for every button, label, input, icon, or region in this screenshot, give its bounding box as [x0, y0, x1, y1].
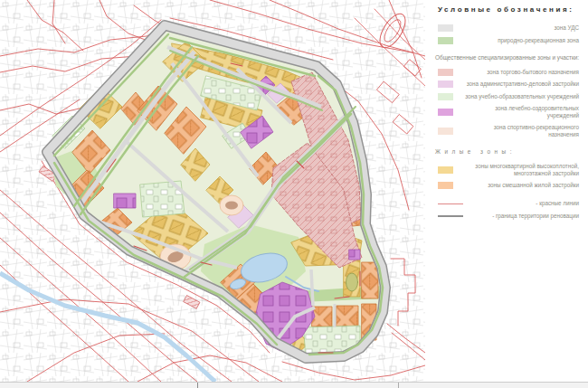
legend-line-swatch — [438, 203, 463, 204]
zone-medical — [349, 250, 360, 260]
legend-item: зона УДС — [438, 24, 579, 32]
scrollbar-tick — [197, 383, 198, 388]
legend-item-label: зона лечебно-оздоровительных учреждений — [463, 105, 579, 119]
legend-color-swatch — [438, 80, 453, 88]
legend-item: зона административно-деловой застройки — [438, 80, 579, 88]
zone-residential-mixed — [362, 262, 378, 298]
legend-title: Условные обозначения: — [438, 5, 579, 14]
scrollbar-tick — [398, 383, 399, 388]
legend-item: зона лечебно-оздоровительных учреждений — [438, 105, 579, 119]
legend-color-swatch — [438, 69, 453, 76]
horizontal-scrollbar[interactable] — [0, 382, 588, 388]
legend-item-label: зона административно-деловой застройки — [467, 80, 579, 88]
renovation-plan-page: Условные обозначения: зона УДСприродно-р… — [0, 0, 588, 388]
sport-field — [225, 202, 238, 210]
legend-items-residential: зоны многоквартирной высокоплотной, мног… — [438, 163, 579, 189]
legend-item-label: зона учебно-образовательных учреждений — [465, 93, 579, 100]
legend-color-swatch — [438, 24, 453, 32]
site-plan-map — [0, 0, 425, 382]
legend-item: - граница территории реновации — [438, 213, 579, 220]
legend-item: зона торгово-бытового назначения — [438, 69, 579, 76]
legend-item: природно-рекреационная зона — [438, 37, 579, 44]
legend-section-public: Общественные специализированные зоны и у… — [435, 54, 579, 61]
legend-color-swatch — [438, 93, 453, 100]
legend-color-swatch — [438, 37, 453, 44]
legend-item: зоны смешанной жилой застройки — [438, 182, 579, 189]
legend-item-label: зоны многоквартирной высокоплотной, мног… — [463, 163, 579, 177]
legend-item-label: зоны смешанной жилой застройки — [488, 182, 579, 189]
legend-item: - красные линии — [438, 200, 579, 207]
legend-color-swatch — [438, 166, 453, 174]
legend-item: зоны многоквартирной высокоплотной, мног… — [438, 163, 579, 177]
legend-item-label: - граница территории реновации — [492, 213, 579, 220]
zone-residential-mixed — [337, 306, 358, 326]
legend-line-swatch — [438, 215, 463, 217]
legend-item: зона спортивно-рекреационного назначения — [438, 124, 579, 138]
legend-item-label: - красные линии — [536, 200, 579, 207]
site-plan-svg — [0, 0, 425, 382]
legend-panel: Условные обозначения: зона УДСприродно-р… — [425, 0, 588, 382]
road — [311, 270, 313, 306]
sports-field-oval — [346, 273, 358, 291]
legend-item-label: зона УДС — [554, 24, 579, 32]
legend-items-lines: - красные линии- граница территории рено… — [438, 200, 579, 220]
legend-items-public: зона торгово-бытового назначениязона адм… — [438, 69, 579, 138]
legend-item: зона учебно-образовательных учреждений — [438, 93, 579, 100]
legend-color-swatch — [438, 182, 453, 189]
legend-color-swatch — [438, 109, 453, 116]
legend-item-label: зона торгово-бытового назначения — [487, 69, 579, 76]
zone-medical — [114, 194, 136, 208]
legend-color-swatch — [438, 128, 453, 135]
legend-item-label: природно-рекреационная зона — [498, 37, 579, 44]
legend-items-top: зона УДСприродно-рекреационная зона — [438, 24, 579, 44]
legend-section-residential: Жилые зоны: — [435, 148, 579, 155]
legend-item-label: зона спортивно-рекреационного назначения — [463, 124, 579, 138]
